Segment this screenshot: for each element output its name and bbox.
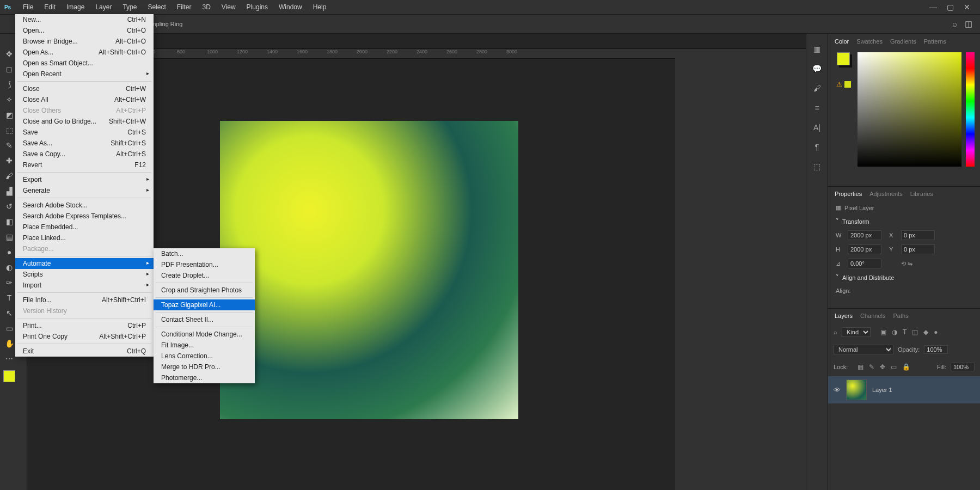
marquee-tool-icon[interactable]: ◻ — [2, 62, 17, 76]
menuitem-import[interactable]: Import — [15, 280, 154, 291]
tab-color[interactable]: Color — [835, 38, 849, 45]
lock-icon[interactable]: ▭ — [891, 363, 897, 371]
menuitem-conditional-mode-change-[interactable]: Conditional Mode Change... — [154, 329, 255, 340]
tab-gradients[interactable]: Gradients — [890, 38, 916, 45]
menu-plugins[interactable]: Plugins — [241, 1, 273, 13]
menuitem-fit-image-[interactable]: Fit Image... — [154, 340, 255, 351]
menuitem-open-as-smart-object-[interactable]: Open as Smart Object... — [15, 58, 154, 69]
menuitem-open-recent[interactable]: Open Recent — [15, 69, 154, 79]
search-icon[interactable]: ⌕ — [952, 19, 957, 29]
document-canvas[interactable] — [220, 121, 518, 419]
menu-filter[interactable]: Filter — [171, 1, 197, 13]
transform-header[interactable]: ˅ Transform — [828, 215, 980, 228]
path-tool-icon[interactable]: ↖ — [2, 306, 17, 320]
menuitem-merge-to-hdr-pro-[interactable]: Merge to HDR Pro... — [154, 362, 255, 372]
more-tools-icon[interactable]: ⋯ — [2, 352, 17, 366]
panel-icon[interactable]: ≡ — [814, 103, 819, 112]
filter-icon[interactable]: ◆ — [923, 328, 928, 336]
visibility-icon[interactable]: 👁 — [834, 386, 841, 394]
x-input[interactable] — [901, 230, 935, 240]
fg-bg-swatch[interactable] — [3, 370, 15, 382]
tab-patterns[interactable]: Patterns — [924, 38, 946, 45]
menuitem-batch-[interactable]: Batch... — [154, 248, 255, 259]
filter-icon[interactable]: ◑ — [892, 328, 897, 336]
menuitem-browse-in-bridge-[interactable]: Browse in Bridge...Alt+Ctrl+O — [15, 36, 154, 47]
panel-icon[interactable]: 💬 — [812, 64, 822, 73]
menuitem-close-all[interactable]: Close AllAlt+Ctrl+W — [15, 94, 154, 105]
wand-tool-icon[interactable]: ✧ — [2, 93, 17, 107]
menu-image[interactable]: Image — [61, 1, 90, 13]
history-brush-icon[interactable]: ↺ — [2, 199, 17, 213]
menu-help[interactable]: Help — [308, 1, 332, 13]
tab-paths[interactable]: Paths — [893, 313, 909, 319]
menuitem-save[interactable]: SaveCtrl+S — [15, 127, 154, 138]
filter-icon[interactable]: ▣ — [880, 328, 886, 336]
menuitem-file-info-[interactable]: File Info...Alt+Shift+Ctrl+I — [15, 295, 154, 305]
menuitem-scripts[interactable]: Scripts — [15, 269, 154, 280]
lasso-tool-icon[interactable]: ⟆ — [2, 77, 17, 91]
tab-swatches[interactable]: Swatches — [856, 38, 883, 45]
color-field[interactable] — [857, 52, 961, 167]
pen-tool-icon[interactable]: ✑ — [2, 275, 17, 290]
menuitem-export[interactable]: Export — [15, 174, 154, 185]
menuitem-save-a-copy-[interactable]: Save a Copy...Alt+Ctrl+S — [15, 149, 154, 160]
layer-thumbnail[interactable] — [846, 379, 867, 400]
panel-icon[interactable]: ¶ — [815, 143, 819, 151]
menuitem-save-as-[interactable]: Save As...Shift+Ctrl+S — [15, 138, 154, 149]
panel-icon[interactable]: ▥ — [813, 45, 820, 53]
crop-tool-icon[interactable]: ◩ — [2, 108, 17, 122]
tab-libraries[interactable]: Libraries — [910, 191, 933, 197]
tab-properties[interactable]: Properties — [835, 191, 862, 197]
kind-filter[interactable]: Kind — [842, 327, 871, 337]
stamp-tool-icon[interactable]: ▟ — [2, 184, 17, 198]
lock-icon[interactable]: 🔒 — [902, 363, 910, 371]
menuitem-pdf-presentation-[interactable]: PDF Presentation... — [154, 259, 255, 270]
align-header[interactable]: ˅ Align and Distribute — [828, 271, 980, 284]
menuitem-new-[interactable]: New...Ctrl+N — [15, 14, 154, 25]
menuitem-search-adobe-stock-[interactable]: Search Adobe Stock... — [15, 200, 154, 211]
shape-tool-icon[interactable]: ▭ — [2, 321, 17, 335]
menu-3d[interactable]: 3D — [197, 1, 216, 13]
lock-icon[interactable]: ✥ — [880, 363, 885, 371]
menuitem-topaz-gigapixel-ai-[interactable]: Topaz Gigapixel AI... — [154, 299, 255, 310]
opacity-input[interactable] — [924, 345, 948, 354]
menu-window[interactable]: Window — [273, 1, 308, 13]
hand-tool-icon[interactable]: ✋ — [2, 336, 17, 351]
panel-icon[interactable]: 🖌 — [813, 84, 821, 93]
move-tool-icon[interactable]: ✥ — [2, 47, 17, 61]
gamut-warning-icon[interactable]: ⚠ — [836, 81, 842, 88]
hue-slider[interactable] — [966, 52, 975, 167]
menu-view[interactable]: View — [216, 1, 241, 13]
panel-icon[interactable]: ⬚ — [813, 162, 820, 171]
menu-layer[interactable]: Layer — [90, 1, 117, 13]
tab-adjustments[interactable]: Adjustments — [869, 191, 903, 197]
menuitem-place-embedded-[interactable]: Place Embedded... — [15, 222, 154, 232]
menuitem-automate[interactable]: Automate — [15, 258, 154, 269]
panel-icon[interactable]: A| — [813, 123, 820, 132]
menuitem-open-as-[interactable]: Open As...Alt+Shift+Ctrl+O — [15, 47, 154, 58]
menu-file[interactable]: File — [17, 1, 39, 13]
maximize-icon[interactable]: ▢ — [947, 3, 954, 11]
menuitem-exit[interactable]: ExitCtrl+Q — [15, 346, 154, 357]
layer-row[interactable]: 👁 Layer 1 — [828, 376, 980, 403]
tab-channels[interactable]: Channels — [860, 313, 885, 319]
layer-name[interactable]: Layer 1 — [872, 387, 892, 393]
foreground-swatch[interactable] — [837, 52, 850, 65]
menuitem-open-[interactable]: Open...Ctrl+O — [15, 25, 154, 36]
dodge-tool-icon[interactable]: ◐ — [2, 260, 17, 274]
menu-type[interactable]: Type — [117, 1, 142, 13]
filter-toggle-icon[interactable]: ● — [934, 328, 938, 336]
y-input[interactable] — [901, 244, 935, 254]
tab-layers[interactable]: Layers — [835, 313, 853, 319]
heal-tool-icon[interactable]: ✚ — [2, 154, 17, 168]
angle-input[interactable] — [848, 259, 881, 268]
menuitem-generate[interactable]: Generate — [15, 185, 154, 196]
menuitem-crop-and-straighten-photos[interactable]: Crop and Straighten Photos — [154, 285, 255, 296]
menuitem-lens-correction-[interactable]: Lens Correction... — [154, 351, 255, 362]
filter-icon[interactable]: ◫ — [912, 328, 918, 336]
menuitem-print-one-copy[interactable]: Print One CopyAlt+Shift+Ctrl+P — [15, 331, 154, 342]
close-icon[interactable]: ✕ — [964, 3, 970, 11]
menuitem-revert[interactable]: RevertF12 — [15, 160, 154, 170]
menuitem-close[interactable]: CloseCtrl+W — [15, 83, 154, 94]
width-input[interactable] — [848, 230, 881, 240]
